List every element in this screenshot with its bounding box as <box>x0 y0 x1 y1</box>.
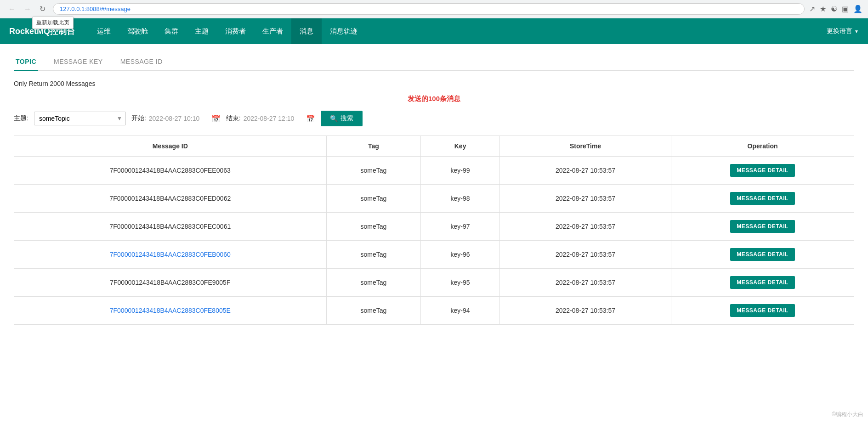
navbar-menu: 运维 驾驶舱 集群 主题 消费者 生产者 消息 消息轨迹 <box>89 18 827 44</box>
cell-message-id: 7F000001243418B4AAC2883C0FE9005F <box>14 269 327 297</box>
end-label: 结束: <box>226 114 241 123</box>
extensions-icon[interactable]: ☯ <box>831 5 837 13</box>
table-row: 7F000001243418B4AAC2883C0FEB0060 someTag… <box>14 241 854 269</box>
cell-message-id: 7F000001243418B4AAC2883C0FEE0063 <box>14 157 327 185</box>
cell-key: key-95 <box>421 269 500 297</box>
topic-select-wrap: someTopic ▼ <box>34 112 126 125</box>
message-detail-button[interactable]: MESSAGE DETAIL <box>730 248 795 261</box>
red-notice: 发送的100条消息 <box>14 95 854 103</box>
back-button[interactable]: ← <box>6 4 18 14</box>
start-date-field: 开始: 📅 <box>131 114 221 123</box>
cell-message-id: 7F000001243418B4AAC2883C0FEC0061 <box>14 213 327 241</box>
refresh-button[interactable]: ↻ <box>37 4 48 14</box>
topic-select[interactable]: someTopic <box>34 112 126 125</box>
browser-bar: ← → ↻ 重新加载此页 127.0.0.1:8088/#/message ↗ … <box>0 0 868 18</box>
message-id-link[interactable]: 7F000001243418B4AAC2883C0FE8005E <box>110 307 231 314</box>
end-date-field: 结束: 📅 <box>226 114 315 123</box>
cell-key: key-97 <box>421 213 500 241</box>
nav-item-jiqun[interactable]: 集群 <box>156 18 187 44</box>
message-detail-button[interactable]: MESSAGE DETAIL <box>730 304 795 317</box>
url-bar[interactable]: 127.0.0.1:8088/#/message <box>53 3 805 15</box>
cell-message-id: 7F000001243418B4AAC2883C0FED0062 <box>14 185 327 213</box>
main-content: TOPIC MESSAGE KEY MESSAGE ID Only Return… <box>0 44 868 334</box>
cell-tag: someTag <box>326 297 421 325</box>
nav-item-shengchanzhe[interactable]: 生产者 <box>254 18 291 44</box>
forward-button[interactable]: → <box>21 4 34 14</box>
cell-message-id: 7F000001243418B4AAC2883C0FEB0060 <box>14 241 327 269</box>
tab-message-id[interactable]: MESSAGE ID <box>119 53 165 71</box>
col-header-key: Key <box>421 136 500 157</box>
table-row: 7F000001243418B4AAC2883C0FEE0063 someTag… <box>14 157 854 185</box>
cell-tag: someTag <box>326 269 421 297</box>
end-calendar-icon[interactable]: 📅 <box>306 114 315 123</box>
cell-storetime: 2022-08-27 10:53:57 <box>499 269 671 297</box>
cell-operation: MESSAGE DETAIL <box>671 269 854 297</box>
message-id-text: 7F000001243418B4AAC2883C0FEE0063 <box>110 167 231 174</box>
cell-tag: someTag <box>326 157 421 185</box>
message-id-text: 7F000001243418B4AAC2883C0FE9005F <box>110 279 230 286</box>
message-detail-button[interactable]: MESSAGE DETAIL <box>730 220 795 233</box>
cell-key: key-99 <box>421 157 500 185</box>
cell-storetime: 2022-08-27 10:53:57 <box>499 213 671 241</box>
end-date-input[interactable] <box>244 115 303 122</box>
start-date-input[interactable] <box>149 115 209 122</box>
cell-tag: someTag <box>326 185 421 213</box>
navbar-lang[interactable]: 更换语言 ▼ <box>827 27 859 35</box>
nav-item-xiaoxiguiji[interactable]: 消息轨迹 <box>322 18 366 44</box>
url-text: 127.0.0.1:8088/#/message <box>60 6 130 12</box>
window-icon[interactable]: ▣ <box>842 5 849 13</box>
cell-key: key-94 <box>421 297 500 325</box>
message-id-text: 7F000001243418B4AAC2883C0FED0062 <box>109 195 231 202</box>
profile-icon[interactable]: 👤 <box>853 5 862 13</box>
share-icon[interactable]: ↗ <box>809 5 815 13</box>
nav-item-zhuti[interactable]: 主题 <box>187 18 217 44</box>
table-row: 7F000001243418B4AAC2883C0FED0062 someTag… <box>14 185 854 213</box>
cell-tag: someTag <box>326 213 421 241</box>
info-text: Only Return 2000 Messages <box>14 80 854 87</box>
browser-actions: ↗ ★ ☯ ▣ 👤 <box>809 5 862 13</box>
start-label: 开始: <box>131 114 146 123</box>
tab-message-key[interactable]: MESSAGE KEY <box>52 53 105 71</box>
search-bar: 主题: someTopic ▼ 开始: 📅 结束: 📅 🔍 搜索 <box>14 111 854 126</box>
refresh-button-wrap: ↻ 重新加载此页 <box>37 4 48 14</box>
refresh-tooltip: 重新加载此页 <box>32 17 74 29</box>
message-detail-button[interactable]: MESSAGE DETAIL <box>730 192 795 205</box>
search-icon: 🔍 <box>330 115 338 122</box>
cell-operation: MESSAGE DETAIL <box>671 213 854 241</box>
cell-operation: MESSAGE DETAIL <box>671 185 854 213</box>
message-id-link[interactable]: 7F000001243418B4AAC2883C0FEB0060 <box>110 251 231 258</box>
nav-item-jiashicang[interactable]: 驾驶舱 <box>119 18 156 44</box>
cell-tag: someTag <box>326 241 421 269</box>
cell-key: key-98 <box>421 185 500 213</box>
search-button[interactable]: 🔍 搜索 <box>321 111 363 126</box>
nav-item-xiaofeizhe[interactable]: 消费者 <box>217 18 254 44</box>
cell-storetime: 2022-08-27 10:53:57 <box>499 241 671 269</box>
message-detail-button[interactable]: MESSAGE DETAIL <box>730 276 795 289</box>
cell-storetime: 2022-08-27 10:53:57 <box>499 297 671 325</box>
nav-item-xiaxi[interactable]: 消息 <box>291 18 322 44</box>
browser-navigation: ← → ↻ 重新加载此页 <box>6 4 48 14</box>
bookmark-icon[interactable]: ★ <box>820 5 826 13</box>
nav-item-yunwei[interactable]: 运维 <box>89 18 119 44</box>
topic-label: 主题: <box>14 114 28 123</box>
lang-arrow-icon: ▼ <box>854 29 859 34</box>
table-row: 7F000001243418B4AAC2883C0FE8005E someTag… <box>14 297 854 325</box>
table-row: 7F000001243418B4AAC2883C0FEC0061 someTag… <box>14 213 854 241</box>
search-btn-label: 搜索 <box>340 114 353 123</box>
message-id-text: 7F000001243418B4AAC2883C0FEC0061 <box>109 223 231 230</box>
lang-label: 更换语言 <box>827 27 852 35</box>
col-header-operation: Operation <box>671 136 854 157</box>
cell-storetime: 2022-08-27 10:53:57 <box>499 157 671 185</box>
message-detail-button[interactable]: MESSAGE DETAIL <box>730 164 795 177</box>
tabs: TOPIC MESSAGE KEY MESSAGE ID <box>14 53 854 71</box>
col-header-storetime: StoreTime <box>499 136 671 157</box>
message-table: Message ID Tag Key StoreTime Operation 7… <box>14 135 854 325</box>
start-calendar-icon[interactable]: 📅 <box>211 114 221 123</box>
cell-message-id: 7F000001243418B4AAC2883C0FE8005E <box>14 297 327 325</box>
navbar: RocketMQ控制台 运维 驾驶舱 集群 主题 消费者 生产者 消息 消息轨迹… <box>0 18 868 44</box>
cell-key: key-96 <box>421 241 500 269</box>
cell-operation: MESSAGE DETAIL <box>671 297 854 325</box>
cell-operation: MESSAGE DETAIL <box>671 241 854 269</box>
col-header-message-id: Message ID <box>14 136 327 157</box>
tab-topic[interactable]: TOPIC <box>14 53 38 71</box>
